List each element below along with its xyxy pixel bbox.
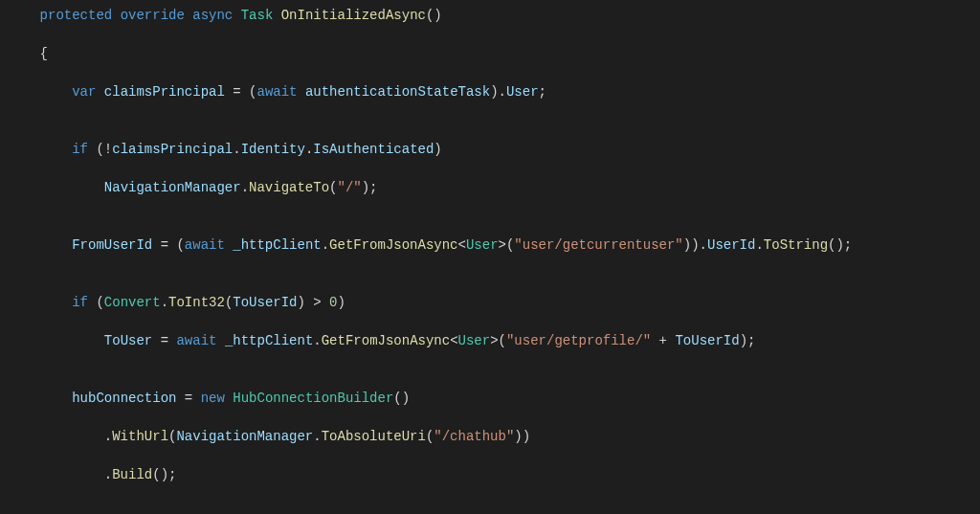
- code-line[interactable]: .WithUrl(NavigationManager.ToAbsoluteUri…: [0, 427, 980, 446]
- token-pun: (): [393, 391, 410, 406]
- token-var: authenticationStateTask: [305, 84, 490, 100]
- token-pun: ;: [539, 84, 546, 100]
- token-pun: ): [338, 295, 345, 310]
- token-pun: [8, 84, 72, 100]
- token-fn: ToString: [764, 237, 828, 253]
- code-line[interactable]: var claimsPrincipal = (await authenticat…: [0, 82, 980, 101]
- token-fn: OnInitializedAsync: [281, 8, 426, 23]
- token-pun: ): [434, 142, 441, 157]
- token-str: "user/getcurrentuser": [514, 237, 682, 253]
- token-pun: );: [362, 180, 378, 195]
- token-pun: [8, 180, 104, 195]
- token-var: claimsPrincipal: [104, 84, 225, 100]
- token-type: User: [458, 333, 491, 348]
- code-line[interactable]: .Build();: [0, 465, 980, 484]
- token-var: NavigationManager: [176, 429, 313, 444]
- token-type: User: [466, 237, 499, 253]
- token-kw: await: [176, 333, 216, 348]
- token-fn: NavigateTo: [249, 180, 329, 195]
- token-var: ToUserId: [233, 295, 297, 310]
- token-kw: async: [192, 8, 233, 23]
- token-pun: [273, 8, 280, 23]
- token-var: ToUser: [104, 333, 152, 348]
- token-pun: .: [755, 237, 763, 253]
- token-pun: .: [313, 333, 321, 348]
- code-editor[interactable]: protected override async Task OnInitiali…: [0, 0, 980, 514]
- token-pun: .: [8, 467, 112, 482]
- token-pun: .: [241, 180, 249, 195]
- token-kw: await: [256, 84, 297, 100]
- token-pun: ) >: [298, 295, 330, 310]
- token-pun: .: [233, 142, 240, 157]
- token-pun: [96, 84, 103, 100]
- token-fn: WithUrl: [112, 429, 168, 444]
- token-var: _httpClient: [225, 333, 313, 348]
- token-var: claimsPrincipal: [112, 142, 233, 157]
- token-pun: [8, 8, 40, 23]
- token-kw: if: [72, 142, 88, 157]
- token-pun: )): [514, 429, 530, 444]
- token-var: ToUserId: [675, 333, 739, 348]
- token-pun: <: [458, 237, 466, 253]
- code-line[interactable]: if (Convert.ToInt32(ToUserId) > 0): [0, 293, 980, 312]
- code-line[interactable]: if (!claimsPrincipal.Identity.IsAuthenti…: [0, 140, 980, 159]
- token-pun: = (: [225, 84, 257, 100]
- token-var: UserId: [707, 237, 755, 253]
- token-fn: GetFromJsonAsync: [322, 333, 450, 348]
- token-pun: [112, 8, 120, 23]
- token-pun: (!: [88, 142, 112, 157]
- token-pun: [8, 333, 104, 348]
- token-pun: ).: [490, 84, 506, 100]
- token-str: "user/getprofile/": [506, 333, 651, 348]
- token-str: "/": [337, 180, 361, 195]
- token-pun: ();: [828, 237, 852, 253]
- token-pun: )).: [683, 237, 707, 253]
- token-fn: ToInt32: [168, 295, 225, 310]
- token-pun: [8, 142, 72, 157]
- code-line[interactable]: hubConnection = new HubConnectionBuilder…: [0, 389, 980, 408]
- token-pun: >(: [490, 333, 506, 348]
- code-line[interactable]: ToUser = await _httpClient.GetFromJsonAs…: [0, 331, 980, 350]
- token-type: HubConnectionBuilder: [233, 391, 393, 406]
- token-pun: ();: [152, 467, 176, 482]
- token-fn: Build: [112, 467, 152, 482]
- token-pun: (): [426, 8, 442, 23]
- token-pun: <: [450, 333, 457, 348]
- token-pun: +: [651, 333, 675, 348]
- token-pun: >(: [499, 237, 515, 253]
- token-str: "/chathub": [434, 429, 514, 444]
- token-var: NavigationManager: [104, 180, 241, 195]
- token-pun: [298, 84, 305, 100]
- token-kw: await: [185, 237, 225, 253]
- code-line[interactable]: NavigationManager.NavigateTo("/");: [0, 178, 980, 197]
- token-var: FromUserId: [72, 237, 152, 253]
- code-line[interactable]: FromUserId = (await _httpClient.GetFromJ…: [0, 235, 980, 255]
- token-pun: [225, 237, 233, 253]
- token-var: hubConnection: [72, 391, 176, 406]
- token-pun: [185, 8, 192, 23]
- token-fn: ToAbsoluteUri: [322, 429, 426, 444]
- token-type: Convert: [104, 295, 161, 310]
- token-kw: new: [201, 391, 225, 406]
- token-pun: =: [176, 391, 200, 406]
- token-pun: .: [161, 295, 168, 310]
- token-pun: .: [322, 237, 329, 253]
- token-kw: protected: [40, 8, 113, 23]
- token-pun: .: [313, 429, 321, 444]
- token-var: User: [506, 84, 539, 100]
- token-pun: [8, 391, 72, 406]
- token-pun: {: [8, 46, 48, 61]
- token-pun: (: [88, 295, 104, 310]
- token-num: 0: [329, 295, 337, 310]
- token-fn: GetFromJsonAsync: [329, 237, 457, 253]
- code-line[interactable]: protected override async Task OnInitiali…: [0, 6, 980, 25]
- token-pun: = (: [152, 237, 185, 253]
- code-line[interactable]: {: [0, 44, 980, 63]
- token-var: Identity: [241, 142, 305, 157]
- token-pun: [233, 8, 240, 23]
- token-pun: .: [8, 429, 112, 444]
- token-pun: [216, 333, 224, 348]
- token-pun: [8, 237, 72, 253]
- token-var: _httpClient: [233, 237, 321, 253]
- token-pun: =: [152, 333, 176, 348]
